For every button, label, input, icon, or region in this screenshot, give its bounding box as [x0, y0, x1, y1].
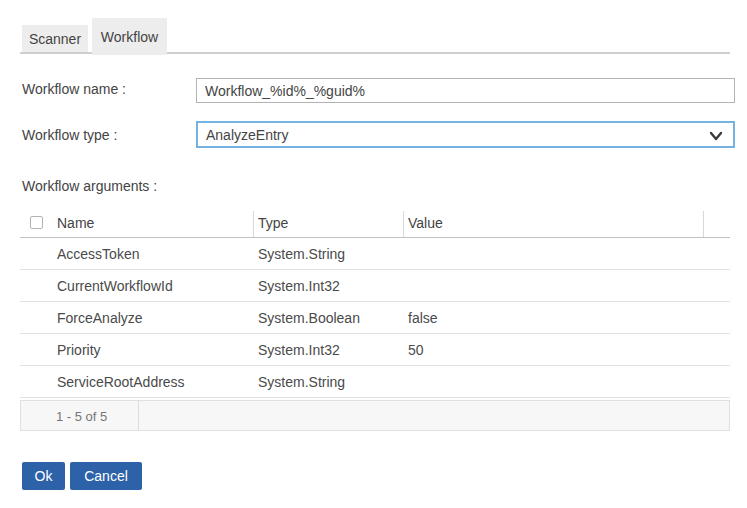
table-row[interactable]: CurrentWorkflowId System.Int32 [20, 270, 730, 302]
pagination-divider [138, 401, 139, 430]
column-divider [253, 211, 254, 237]
tab-workflow[interactable]: Workflow [92, 18, 167, 55]
table-pagination-bar: 1 - 5 of 5 [20, 400, 730, 431]
argument-type: System.Int32 [258, 342, 340, 358]
column-header-value[interactable]: Value [408, 215, 443, 231]
column-header-name[interactable]: Name [57, 215, 94, 231]
argument-value: false [408, 310, 438, 326]
argument-name: CurrentWorkflowId [57, 278, 173, 294]
table-row[interactable]: ServiceRootAddress System.String [20, 366, 730, 398]
pagination-status: 1 - 5 of 5 [56, 409, 107, 424]
select-all-checkbox[interactable] [30, 216, 43, 229]
argument-value: 50 [408, 342, 424, 358]
ok-button[interactable]: Ok [22, 462, 65, 490]
workflow-name-label: Workflow name : [22, 81, 126, 97]
workflow-type-select[interactable]: AnalyzeEntry [196, 121, 735, 148]
tab-scanner[interactable]: Scanner [22, 25, 88, 52]
argument-name: AccessToken [57, 246, 139, 262]
table-row[interactable]: Priority System.Int32 50 [20, 334, 730, 366]
cancel-button[interactable]: Cancel [70, 462, 142, 490]
workflow-name-input[interactable] [196, 78, 735, 103]
column-header-type[interactable]: Type [258, 215, 288, 231]
argument-name: ForceAnalyze [57, 310, 143, 326]
table-row[interactable]: AccessToken System.String [20, 238, 730, 270]
chevron-down-icon [709, 129, 723, 146]
argument-name: ServiceRootAddress [57, 374, 185, 390]
workflow-arguments-label: Workflow arguments : [22, 178, 157, 194]
table-row[interactable]: ForceAnalyze System.Boolean false [20, 302, 730, 334]
argument-type: System.Boolean [258, 310, 360, 326]
argument-type: System.String [258, 374, 345, 390]
argument-type: System.Int32 [258, 278, 340, 294]
arguments-table-header: Name Type Value [20, 208, 730, 238]
workflow-type-label: Workflow type : [22, 127, 117, 143]
column-divider [403, 211, 404, 237]
workflow-type-selected-value: AnalyzeEntry [206, 127, 288, 143]
argument-name: Priority [57, 342, 101, 358]
workflow-settings-panel: Scanner Workflow Workflow name : Workflo… [0, 0, 747, 508]
argument-type: System.String [258, 246, 345, 262]
column-divider [703, 211, 704, 237]
